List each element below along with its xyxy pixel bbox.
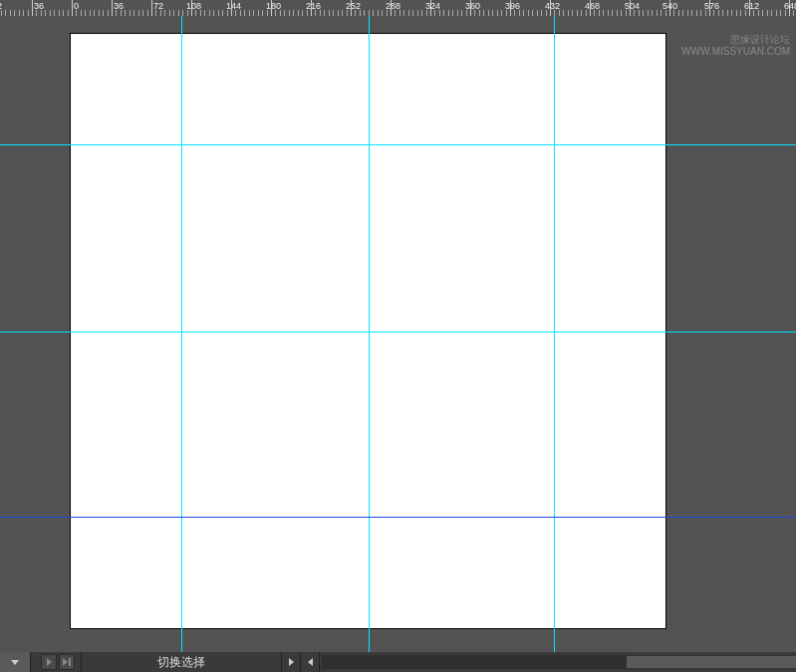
playback-controls — [31, 652, 82, 672]
ruler-label: 288 — [386, 1, 400, 11]
scroll-right-arrow[interactable] — [282, 652, 301, 672]
ruler-label: 2 — [0, 1, 2, 11]
watermark-url: WWW.MISSYUAN.COM — [681, 46, 790, 58]
ruler-label: 36 — [34, 1, 44, 11]
status-label-section: 切换选择 — [82, 652, 282, 672]
ruler-label: 108 — [186, 1, 201, 11]
ruler-label: 576 — [704, 1, 719, 11]
ruler-label: 216 — [306, 1, 321, 11]
watermark: 思缘设计论坛 WWW.MISSYUAN.COM — [681, 34, 790, 58]
vertical-guide[interactable] — [181, 16, 182, 652]
status-bar: 切换选择 — [0, 652, 796, 672]
ruler-label: 144 — [226, 1, 241, 11]
vertical-guide[interactable] — [369, 16, 370, 652]
ruler-label: 504 — [625, 1, 640, 11]
scroll-left-arrow[interactable] — [301, 652, 320, 672]
status-handle[interactable] — [0, 652, 31, 672]
scrollbar-thumb[interactable] — [626, 655, 796, 669]
ruler-label: 252 — [346, 1, 361, 11]
ruler-label: 72 — [153, 1, 163, 11]
canvas-area[interactable]: 思缘设计论坛 WWW.MISSYUAN.COM — [0, 16, 796, 652]
ruler-label: 540 — [663, 1, 677, 11]
ruler-label: 432 — [545, 1, 560, 11]
horizontal-guide[interactable] — [0, 332, 796, 333]
horizontal-ruler[interactable]: 2360367210814418021625228832436039643246… — [0, 0, 796, 16]
ruler-label: 180 — [266, 1, 281, 11]
ruler-label: 648 — [784, 1, 796, 11]
play-button[interactable] — [41, 654, 57, 670]
vertical-guide[interactable] — [554, 16, 555, 652]
status-label: 切换选择 — [147, 654, 215, 671]
ruler-label: 396 — [505, 1, 520, 11]
ruler-label: 612 — [744, 1, 759, 11]
watermark-title: 思缘设计论坛 — [681, 34, 790, 46]
next-button[interactable] — [59, 654, 75, 670]
horizontal-guide-selected[interactable] — [0, 517, 796, 518]
ruler-label: 0 — [74, 1, 79, 11]
horizontal-guide[interactable] — [0, 144, 796, 145]
dropdown-icon — [11, 660, 19, 665]
ruler-label: 324 — [425, 1, 440, 11]
ruler-label: 360 — [465, 1, 480, 11]
ruler-label: 468 — [585, 1, 600, 11]
horizontal-scrollbar[interactable] — [322, 655, 776, 669]
ruler-label: 36 — [114, 1, 124, 11]
